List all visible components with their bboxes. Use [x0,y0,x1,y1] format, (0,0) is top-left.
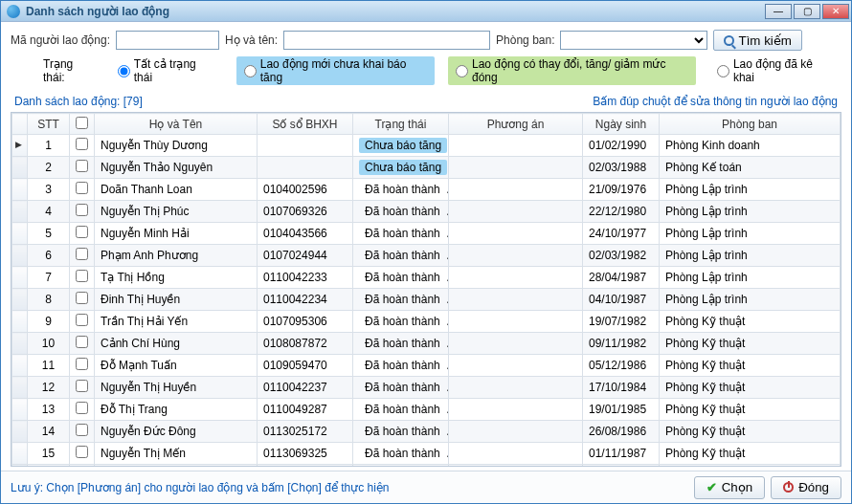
table-row[interactable]: 12Nguyễn Thị Huyền0110042237Đã hoàn thàn… [12,377,841,399]
row-checkbox[interactable] [76,424,88,436]
status-option-declared[interactable]: Lao động đã kê khai [709,56,841,85]
maximize-button[interactable]: ▢ [794,4,820,19]
cell-plan[interactable] [449,289,583,311]
row-checkbox[interactable] [76,314,88,326]
cell-checkbox[interactable] [70,311,95,333]
cell-checkbox[interactable] [70,399,95,421]
cell-plan[interactable] [449,377,583,399]
cell-plan[interactable] [449,245,583,267]
header-checkbox[interactable] [70,114,95,135]
row-checkbox[interactable] [76,292,88,304]
cell-plan[interactable] [449,201,583,223]
cell-plan[interactable] [449,443,583,465]
cell-plan[interactable] [449,135,583,157]
cell-checkbox[interactable] [70,201,95,223]
header-name[interactable]: Họ và Tên [95,114,258,135]
table-row[interactable]: 14Nguyễn Đức Đông0113025172Đã hoàn thành… [12,421,841,443]
row-checkbox[interactable] [76,226,88,238]
header-plan[interactable]: Phương án [449,114,583,135]
status-radio-all[interactable] [118,65,130,77]
row-checkbox[interactable] [76,270,88,282]
cell-checkbox[interactable] [70,377,95,399]
app-icon [7,5,20,18]
table-row[interactable]: 10Cảnh Chí Hùng0108087872Đã hoàn thành09… [12,333,841,355]
table-row[interactable]: 15Nguyễn Thị Mến0113069325Đã hoàn thành0… [12,443,841,465]
search-button[interactable]: Tìm kiếm [713,30,801,51]
cell-checkbox[interactable] [70,223,95,245]
cell-plan[interactable] [449,333,583,355]
header-bhxh[interactable]: Số sổ BHXH [258,114,353,135]
cell-name: Nguyễn Minh Hải [95,223,258,245]
cell-plan[interactable] [449,157,583,179]
status-option-changed[interactable]: Lao động có thay đổi, tăng/ giảm mức đón… [448,56,696,85]
cell-plan[interactable] [449,399,583,421]
table-row[interactable]: 1Nguyễn Thùy DươngChưa báo tăng01/02/199… [12,135,841,157]
status-radio-new[interactable] [244,65,257,77]
row-checkbox[interactable] [76,336,88,348]
cell-checkbox[interactable] [70,443,95,465]
cell-checkbox[interactable] [70,267,95,289]
header-dept[interactable]: Phòng ban [660,114,841,135]
header-stt[interactable]: STT [28,114,70,135]
status-option-new[interactable]: Lao động mới chưa khai báo tăng [236,56,435,85]
cell-checkbox[interactable] [70,333,95,355]
cell-checkbox[interactable] [70,465,95,467]
minimize-button[interactable]: — [765,4,792,19]
table-row[interactable]: 4Nguyễn Thị Phúc0107069326Đã hoàn thành2… [12,201,841,223]
dept-label: Phòng ban: [496,33,554,47]
table-row[interactable]: 13Đỗ Thị Trang0110049287Đã hoàn thành19/… [12,399,841,421]
cell-checkbox[interactable] [70,135,95,157]
cell-plan[interactable] [449,179,583,201]
close-button[interactable]: Đóng [771,476,841,499]
table-row[interactable]: 7Tạ Thị Hồng0110042233Đã hoàn thành28/04… [12,267,841,289]
cell-checkbox[interactable] [70,289,95,311]
cell-checkbox[interactable] [70,421,95,443]
choose-button[interactable]: ✔ Chọn [694,476,765,499]
table-row[interactable]: 8Đinh Thị Huyền0110042234Đã hoàn thành04… [12,289,841,311]
code-input[interactable] [116,31,219,50]
cell-plan[interactable] [449,421,583,443]
cell-checkbox[interactable] [70,157,95,179]
cell-status: Chưa báo tăng [353,157,449,179]
cell-name: Nguyễn Thảo Nguyên [95,157,258,179]
grid-scroll[interactable]: STT Họ và Tên Số sổ BHXH Trạng thái Phươ… [11,113,841,466]
table-row[interactable]: 11Đỗ Mạnh Tuấn0109059470Đã hoàn thành05/… [12,355,841,377]
cell-dob: 26/06/1983 [583,465,660,467]
table-row[interactable]: 3Doãn Thanh Loan0104002596Đã hoàn thành2… [12,179,841,201]
cell-plan[interactable] [449,223,583,245]
close-window-button[interactable]: ✕ [822,4,849,19]
row-checkbox[interactable] [76,380,88,392]
cell-plan[interactable] [449,465,583,467]
status-badge: Đã hoàn thành [359,402,446,417]
row-checkbox[interactable] [76,182,88,194]
dept-select[interactable] [560,31,707,50]
cell-checkbox[interactable] [70,245,95,267]
row-checkbox[interactable] [76,138,88,150]
table-row[interactable]: 9Trần Thị Hải Yến0107095306Đã hoàn thành… [12,311,841,333]
name-input[interactable] [283,31,490,50]
cell-checkbox[interactable] [70,355,95,377]
row-checkbox[interactable] [76,446,88,458]
cell-checkbox[interactable] [70,179,95,201]
row-checkbox[interactable] [76,248,88,260]
table-row[interactable]: 2Nguyễn Thảo NguyênChưa báo tăng02/03/19… [12,157,841,179]
cell-plan[interactable] [449,311,583,333]
cell-plan[interactable] [449,355,583,377]
table-row[interactable]: 16Nguyễn Văn Thạch0113074800Đã hoàn thàn… [12,465,841,467]
row-checkbox[interactable] [76,402,88,414]
status-option-all[interactable]: Tất cả trạng thái [110,56,223,85]
row-checkbox[interactable] [76,358,88,370]
footer: Lưu ý: Chọn [Phương án] cho người lao độ… [1,471,851,503]
table-row[interactable]: 5Nguyễn Minh Hải0104043566Đã hoàn thành2… [12,223,841,245]
header-dob[interactable]: Ngày sinh [583,114,660,135]
row-checkbox[interactable] [76,204,88,216]
row-checkbox[interactable] [76,160,88,172]
cell-dept: Phòng Kỹ thuật [660,311,841,333]
select-all-checkbox[interactable] [76,117,88,129]
table-row[interactable]: 6Phạm Anh Phương0107024944Đã hoàn thành0… [12,245,841,267]
status-radio-declared[interactable] [717,65,729,77]
status-radio-changed[interactable] [456,65,468,77]
cell-plan[interactable] [449,267,583,289]
header-status[interactable]: Trạng thái [353,114,449,135]
titlebar: Danh sách người lao động — ▢ ✕ [1,1,851,22]
